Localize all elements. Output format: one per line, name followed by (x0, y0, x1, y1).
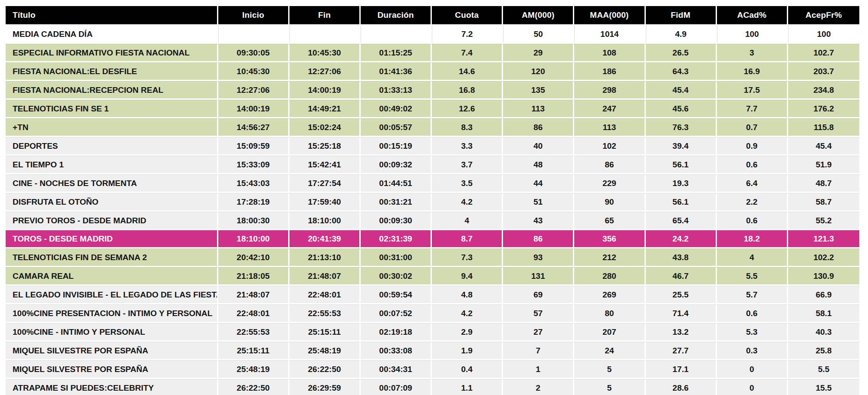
table-row[interactable]: CAMARA REAL21:18:0521:48:0700:30:029.413… (6, 267, 859, 284)
value-cell-fidm: 43.8 (646, 248, 717, 266)
value-cell-maa: 113 (574, 118, 645, 136)
value-cell-am: 135 (503, 81, 574, 98)
value-cell-maa: 298 (574, 81, 645, 98)
value-cell-fin: 21:48:07 (289, 267, 361, 284)
value-cell-fin: 26:29:59 (289, 379, 361, 395)
value-cell-acad: 18.2 (717, 230, 788, 247)
value-cell-acad: 5.7 (717, 286, 788, 303)
value-cell-acepfr: 66.9 (788, 286, 859, 303)
column-header-acad: ACad% (717, 6, 788, 24)
value-cell-acepfr: 102.2 (788, 248, 859, 266)
column-header-maa: MAA(000) (574, 6, 645, 24)
value-cell-fidm: 45.6 (646, 100, 717, 117)
value-cell-inicio: 09:30:05 (218, 44, 289, 61)
value-cell-inicio: 15:43:03 (218, 174, 289, 192)
value-cell-acepfr: 102.7 (788, 44, 859, 61)
value-cell-acepfr: 100 (788, 26, 859, 42)
value-cell-fidm: 39.4 (646, 137, 717, 154)
value-cell-am: 69 (503, 286, 574, 303)
program-title-cell: ESPECIAL INFORMATIVO FIESTA NACIONAL (6, 44, 218, 61)
value-cell-duracion: 01:33:13 (361, 81, 432, 98)
value-cell-inicio: 21:48:07 (218, 286, 289, 303)
column-header-duracion: Duración (361, 6, 432, 24)
value-cell-acepfr: 25.8 (788, 342, 859, 359)
program-title-cell: MEDIA CADENA DÍA (6, 26, 218, 42)
program-title-cell: PREVIO TOROS - DESDE MADRID (6, 212, 218, 229)
value-cell-acad: 7.7 (717, 100, 788, 117)
program-title-cell: DISFRUTA EL OTOÑO (6, 193, 218, 210)
value-cell-fidm: 56.1 (646, 193, 717, 210)
value-cell-acepfr: 40.3 (788, 323, 859, 340)
value-cell-acad: 0.9 (717, 137, 788, 154)
value-cell-acad: 4 (717, 248, 788, 266)
value-cell-am: 2 (503, 379, 574, 395)
table-row[interactable]: 100%CINE - INTIMO Y PERSONAL22:55:5325:1… (6, 323, 859, 340)
value-cell-cuota: 3.5 (432, 174, 503, 192)
value-cell-cuota: 7.3 (432, 248, 503, 266)
value-cell-duracion: 00:09:30 (361, 212, 432, 229)
value-cell-fin: 10:45:30 (289, 44, 361, 61)
value-cell-cuota: 8.3 (432, 118, 503, 136)
table-row[interactable]: DISFRUTA EL OTOÑO17:28:1917:59:4000:31:2… (6, 193, 859, 210)
value-cell-acad: 0.6 (717, 304, 788, 322)
value-cell-maa: 108 (574, 44, 645, 61)
value-cell-fidm: 56.1 (646, 156, 717, 173)
program-title-cell: CINE - NOCHES DE TORMENTA (6, 174, 218, 192)
value-cell-acepfr: 130.9 (788, 267, 859, 284)
table-row[interactable]: EL TIEMPO 115:33:0915:42:4100:09:323.748… (6, 156, 859, 173)
table-row[interactable]: MIQUEL SILVESTRE POR ESPAÑA25:48:1926:22… (6, 360, 859, 378)
table-row[interactable]: MIQUEL SILVESTRE POR ESPAÑA25:15:1125:48… (6, 342, 859, 359)
value-cell-fidm: 26.5 (646, 44, 717, 61)
value-cell-inicio: 26:22:50 (218, 379, 289, 395)
table-row[interactable]: +TN14:56:2715:02:2400:05:578.38611376.30… (6, 118, 859, 136)
value-cell-inicio: 18:10:00 (218, 230, 289, 247)
table-row[interactable]: TELENOTICIAS FIN DE SEMANA 220:42:1021:1… (6, 248, 859, 266)
column-header-fidm: FidM (646, 6, 717, 24)
value-cell-fidm: 64.3 (646, 62, 717, 80)
value-cell-am: 48 (503, 156, 574, 173)
table-row[interactable]: FIESTA NACIONAL:RECEPCION REAL12:27:0614… (6, 81, 859, 98)
value-cell-maa: 229 (574, 174, 645, 192)
value-cell-duracion: 01:15:25 (361, 44, 432, 61)
table-row[interactable]: PREVIO TOROS - DESDE MADRID18:00:3018:10… (6, 212, 859, 229)
table-row-selected[interactable]: TOROS - DESDE MADRID18:10:0020:41:3902:3… (6, 230, 859, 247)
value-cell-acepfr: 115.8 (788, 118, 859, 136)
table-row[interactable]: EL LEGADO INVISIBLE - EL LEGADO DE LAS F… (6, 286, 859, 303)
value-cell-fidm: 27.7 (646, 342, 717, 359)
value-cell-maa: 5 (574, 379, 645, 395)
table-row[interactable]: TELENOTICIAS FIN SE 114:00:1914:49:2100:… (6, 100, 859, 117)
program-title-cell: TELENOTICIAS FIN DE SEMANA 2 (6, 248, 218, 266)
value-cell-cuota: 7.2 (432, 26, 503, 42)
table-row[interactable]: ESPECIAL INFORMATIVO FIESTA NACIONAL09:3… (6, 44, 859, 61)
value-cell-fidm: 4.9 (646, 26, 717, 42)
table-row[interactable]: MEDIA CADENA DÍA7.25010144.9100100 (6, 26, 859, 42)
value-cell-acad: 0.7 (717, 118, 788, 136)
value-cell-fidm: 28.6 (646, 379, 717, 395)
value-cell-maa: 247 (574, 100, 645, 117)
value-cell-maa: 24 (574, 342, 645, 359)
table-row[interactable]: DEPORTES15:09:5915:25:1800:15:193.340102… (6, 137, 859, 154)
value-cell-acad: 16.9 (717, 62, 788, 80)
value-cell-inicio: 14:56:27 (218, 118, 289, 136)
value-cell-duracion: 02:19:18 (361, 323, 432, 340)
value-cell-cuota: 16.8 (432, 81, 503, 98)
value-cell-acepfr: 55.2 (788, 212, 859, 229)
value-cell-cuota: 4.2 (432, 304, 503, 322)
program-title-cell: +TN (6, 118, 218, 136)
table-row[interactable]: 100%CINE PRESENTACION - INTIMO Y PERSONA… (6, 304, 859, 322)
value-cell-acad: 0.3 (717, 342, 788, 359)
value-cell-cuota: 1.9 (432, 342, 503, 359)
table-row[interactable]: ATRAPAME SI PUEDES:CELEBRITY26:22:5026:2… (6, 379, 859, 395)
value-cell-cuota: 9.4 (432, 267, 503, 284)
value-cell-acad: 3 (717, 44, 788, 61)
value-cell-inicio: 18:00:30 (218, 212, 289, 229)
table-row[interactable]: CINE - NOCHES DE TORMENTA15:43:0317:27:5… (6, 174, 859, 192)
value-cell-maa: 65 (574, 212, 645, 229)
value-cell-fin: 17:27:54 (289, 174, 361, 192)
value-cell-fidm: 71.4 (646, 304, 717, 322)
value-cell-inicio: 15:09:59 (218, 137, 289, 154)
table-row[interactable]: FIESTA NACIONAL:EL DESFILE10:45:3012:27:… (6, 62, 859, 80)
value-cell-acad: 0.6 (717, 212, 788, 229)
value-cell-duracion: 00:33:08 (361, 342, 432, 359)
value-cell-acepfr: 45.4 (788, 137, 859, 154)
